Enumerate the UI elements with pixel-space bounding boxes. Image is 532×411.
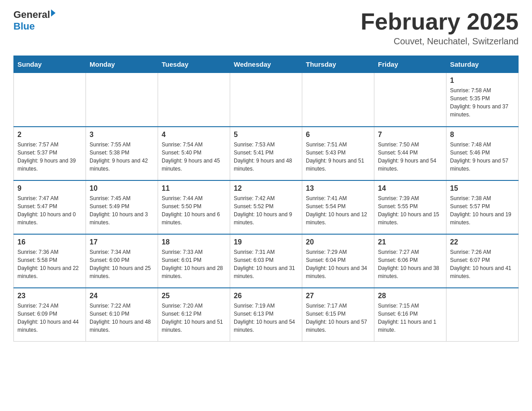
day-number: 1 (450, 77, 515, 85)
calendar-cell: 12Sunrise: 7:42 AMSunset: 5:52 PMDayligh… (230, 180, 302, 234)
day-number: 5 (234, 131, 298, 139)
calendar-cell: 11Sunrise: 7:44 AMSunset: 5:50 PMDayligh… (158, 180, 230, 234)
day-number: 16 (17, 238, 82, 246)
calendar-header-sunday: Sunday (14, 56, 86, 73)
calendar-cell: 7Sunrise: 7:50 AMSunset: 5:44 PMDaylight… (374, 127, 446, 180)
calendar-week-row: 1Sunrise: 7:58 AMSunset: 5:35 PMDaylight… (14, 73, 519, 127)
day-info: Sunrise: 7:53 AMSunset: 5:41 PMDaylight:… (234, 141, 298, 173)
day-info: Sunrise: 7:47 AMSunset: 5:47 PMDaylight:… (17, 194, 82, 227)
calendar-table: SundayMondayTuesdayWednesdayThursdayFrid… (13, 56, 519, 342)
day-info: Sunrise: 7:20 AMSunset: 6:12 PMDaylight:… (162, 302, 226, 334)
day-info: Sunrise: 7:45 AMSunset: 5:49 PMDaylight:… (90, 194, 154, 227)
calendar-cell: 9Sunrise: 7:47 AMSunset: 5:47 PMDaylight… (14, 180, 86, 234)
calendar-header-monday: Monday (86, 56, 158, 73)
calendar-cell: 18Sunrise: 7:33 AMSunset: 6:01 PMDayligh… (158, 234, 230, 288)
day-info: Sunrise: 7:51 AMSunset: 5:43 PMDaylight:… (306, 141, 370, 173)
day-info: Sunrise: 7:42 AMSunset: 5:52 PMDaylight:… (234, 194, 298, 227)
calendar-cell: 17Sunrise: 7:34 AMSunset: 6:00 PMDayligh… (86, 234, 158, 288)
calendar-cell: 2Sunrise: 7:57 AMSunset: 5:37 PMDaylight… (14, 127, 86, 180)
calendar-cell: 13Sunrise: 7:41 AMSunset: 5:54 PMDayligh… (302, 180, 374, 234)
logo-blue-text: Blue (13, 21, 35, 32)
day-number: 4 (162, 131, 226, 139)
day-info: Sunrise: 7:50 AMSunset: 5:44 PMDaylight:… (378, 141, 442, 173)
day-number: 8 (450, 131, 515, 139)
day-number: 25 (162, 292, 226, 300)
calendar-cell: 28Sunrise: 7:15 AMSunset: 6:16 PMDayligh… (374, 288, 446, 342)
day-number: 20 (306, 238, 370, 246)
calendar-week-row: 23Sunrise: 7:24 AMSunset: 6:09 PMDayligh… (14, 288, 519, 342)
calendar-header-wednesday: Wednesday (230, 56, 302, 73)
day-info: Sunrise: 7:48 AMSunset: 5:46 PMDaylight:… (450, 141, 515, 173)
calendar-header-saturday: Saturday (446, 56, 519, 73)
calendar-week-row: 2Sunrise: 7:57 AMSunset: 5:37 PMDaylight… (14, 127, 519, 180)
day-info: Sunrise: 7:19 AMSunset: 6:13 PMDaylight:… (234, 302, 298, 334)
logo-arrow-icon (51, 9, 56, 17)
calendar-cell: 26Sunrise: 7:19 AMSunset: 6:13 PMDayligh… (230, 288, 302, 342)
day-number: 27 (306, 292, 370, 300)
day-info: Sunrise: 7:22 AMSunset: 6:10 PMDaylight:… (90, 302, 154, 334)
day-number: 14 (378, 184, 442, 193)
calendar-cell: 5Sunrise: 7:53 AMSunset: 5:41 PMDaylight… (230, 127, 302, 180)
day-info: Sunrise: 7:29 AMSunset: 6:04 PMDaylight:… (306, 248, 370, 280)
day-info: Sunrise: 7:36 AMSunset: 5:58 PMDaylight:… (17, 248, 82, 280)
calendar-cell: 23Sunrise: 7:24 AMSunset: 6:09 PMDayligh… (14, 288, 86, 342)
day-info: Sunrise: 7:24 AMSunset: 6:09 PMDaylight:… (17, 302, 82, 334)
calendar-cell: 14Sunrise: 7:39 AMSunset: 5:55 PMDayligh… (374, 180, 446, 234)
calendar-cell: 25Sunrise: 7:20 AMSunset: 6:12 PMDayligh… (158, 288, 230, 342)
calendar-cell: 22Sunrise: 7:26 AMSunset: 6:07 PMDayligh… (446, 234, 519, 288)
calendar-cell (446, 288, 519, 342)
day-number: 22 (450, 238, 515, 246)
calendar-cell (230, 73, 302, 127)
calendar-header-tuesday: Tuesday (158, 56, 230, 73)
calendar-week-row: 9Sunrise: 7:47 AMSunset: 5:47 PMDaylight… (14, 180, 519, 234)
calendar-cell: 27Sunrise: 7:17 AMSunset: 6:15 PMDayligh… (302, 288, 374, 342)
day-number: 3 (90, 131, 154, 139)
calendar-cell: 21Sunrise: 7:27 AMSunset: 6:06 PMDayligh… (374, 234, 446, 288)
calendar-cell (302, 73, 374, 127)
day-info: Sunrise: 7:31 AMSunset: 6:03 PMDaylight:… (234, 248, 298, 280)
calendar-cell: 3Sunrise: 7:55 AMSunset: 5:38 PMDaylight… (86, 127, 158, 180)
day-number: 10 (90, 184, 154, 193)
day-info: Sunrise: 7:17 AMSunset: 6:15 PMDaylight:… (306, 302, 370, 334)
day-number: 17 (90, 238, 154, 246)
day-number: 15 (450, 184, 515, 193)
title-block: February 2025 Couvet, Neuchatel, Switzer… (360, 9, 519, 47)
calendar-cell: 15Sunrise: 7:38 AMSunset: 5:57 PMDayligh… (446, 180, 519, 234)
day-info: Sunrise: 7:33 AMSunset: 6:01 PMDaylight:… (162, 248, 226, 280)
calendar-header-friday: Friday (374, 56, 446, 73)
day-number: 12 (234, 184, 298, 193)
day-number: 7 (378, 131, 442, 139)
calendar-header-row: SundayMondayTuesdayWednesdayThursdayFrid… (14, 56, 519, 73)
day-number: 21 (378, 238, 442, 246)
calendar-week-row: 16Sunrise: 7:36 AMSunset: 5:58 PMDayligh… (14, 234, 519, 288)
day-info: Sunrise: 7:39 AMSunset: 5:55 PMDaylight:… (378, 194, 442, 227)
day-info: Sunrise: 7:58 AMSunset: 5:35 PMDaylight:… (450, 86, 515, 119)
calendar-header-thursday: Thursday (302, 56, 374, 73)
day-number: 13 (306, 184, 370, 193)
logo-general-text: General (13, 9, 50, 21)
day-info: Sunrise: 7:26 AMSunset: 6:07 PMDaylight:… (450, 248, 515, 280)
calendar-cell: 4Sunrise: 7:54 AMSunset: 5:40 PMDaylight… (158, 127, 230, 180)
calendar-cell (86, 73, 158, 127)
day-info: Sunrise: 7:27 AMSunset: 6:06 PMDaylight:… (378, 248, 442, 280)
calendar-cell: 20Sunrise: 7:29 AMSunset: 6:04 PMDayligh… (302, 234, 374, 288)
day-info: Sunrise: 7:44 AMSunset: 5:50 PMDaylight:… (162, 194, 226, 227)
day-info: Sunrise: 7:34 AMSunset: 6:00 PMDaylight:… (90, 248, 154, 280)
page-header: General Blue February 2025 Couvet, Neuch… (13, 9, 519, 47)
day-number: 24 (90, 292, 154, 300)
logo: General Blue (13, 9, 56, 32)
calendar-cell: 10Sunrise: 7:45 AMSunset: 5:49 PMDayligh… (86, 180, 158, 234)
day-number: 19 (234, 238, 298, 246)
day-info: Sunrise: 7:57 AMSunset: 5:37 PMDaylight:… (17, 141, 82, 173)
day-number: 6 (306, 131, 370, 139)
calendar-cell: 19Sunrise: 7:31 AMSunset: 6:03 PMDayligh… (230, 234, 302, 288)
day-info: Sunrise: 7:38 AMSunset: 5:57 PMDaylight:… (450, 194, 515, 227)
day-info: Sunrise: 7:54 AMSunset: 5:40 PMDaylight:… (162, 141, 226, 173)
day-info: Sunrise: 7:41 AMSunset: 5:54 PMDaylight:… (306, 194, 370, 227)
calendar-cell: 8Sunrise: 7:48 AMSunset: 5:46 PMDaylight… (446, 127, 519, 180)
calendar-cell: 16Sunrise: 7:36 AMSunset: 5:58 PMDayligh… (14, 234, 86, 288)
calendar-cell (374, 73, 446, 127)
day-info: Sunrise: 7:55 AMSunset: 5:38 PMDaylight:… (90, 141, 154, 173)
calendar-cell: 6Sunrise: 7:51 AMSunset: 5:43 PMDaylight… (302, 127, 374, 180)
day-number: 26 (234, 292, 298, 300)
